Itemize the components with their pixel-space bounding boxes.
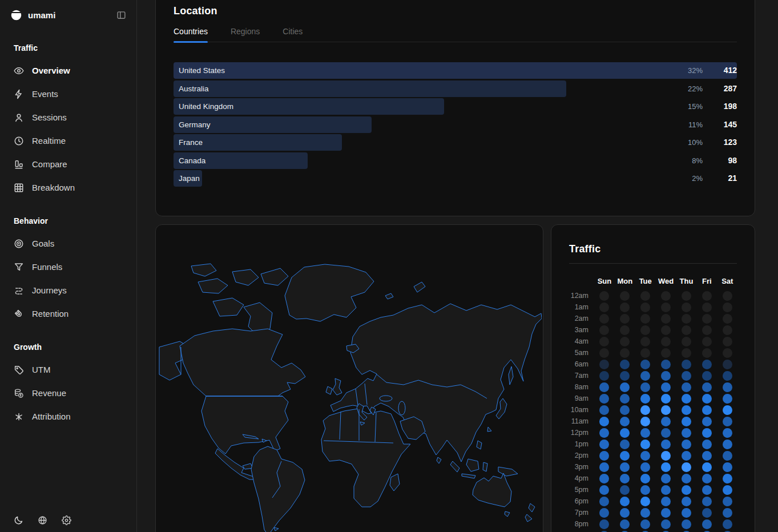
day-label-sat: Sat: [717, 275, 737, 290]
country-bar: [174, 80, 566, 97]
heatmap-cell: [656, 393, 676, 404]
heatmap-cell: [696, 347, 717, 358]
heatmap-cell: [676, 495, 697, 507]
heatmap-cell: [656, 461, 676, 473]
hour-label: 1am: [569, 301, 594, 313]
nav-section-title: Growth: [0, 342, 136, 352]
heatmap-cell: [615, 416, 635, 427]
heatmap-cell: [696, 427, 717, 438]
umami-logo-icon: [10, 9, 22, 21]
heatmap-cell: [635, 507, 656, 518]
heatmap-cell: [696, 495, 717, 507]
heatmap-cell: [635, 473, 656, 484]
sidebar-item-events[interactable]: Events: [0, 82, 136, 106]
nav-section-title: Behavior: [0, 216, 136, 226]
heatmap-cell: [717, 438, 737, 450]
day-label-wed: Wed: [656, 275, 676, 290]
country-row[interactable]: Japan2%21: [174, 170, 737, 188]
tab-countries[interactable]: Countries: [174, 27, 208, 42]
heatmap-cell: [696, 324, 717, 336]
collapse-sidebar-icon[interactable]: [116, 10, 126, 20]
globe-icon[interactable]: [38, 515, 47, 525]
heatmap-cell: [615, 484, 635, 495]
compare-icon: [14, 159, 24, 170]
heatmap-cell: [717, 473, 737, 484]
sidebar-item-label: Breakdown: [32, 183, 75, 192]
sidebar-item-compare[interactable]: Compare: [0, 152, 136, 176]
heatmap-cell: [594, 370, 615, 381]
location-panel-title: Location: [174, 5, 737, 17]
hour-label: 6am: [569, 358, 594, 370]
heatmap-cell: [676, 416, 697, 427]
heatmap-cell: [696, 518, 717, 530]
heatmap-cell: [635, 336, 656, 347]
tab-cities[interactable]: Cities: [283, 27, 303, 42]
sidebar-item-realtime[interactable]: Realtime: [0, 129, 136, 152]
heatmap-cell: [696, 313, 717, 324]
country-name: Japan: [179, 170, 200, 187]
moon-icon[interactable]: [14, 515, 23, 525]
heatmap-cell: [656, 473, 676, 484]
heatmap-cell: [615, 450, 635, 461]
sidebar-item-overview[interactable]: Overview: [0, 59, 136, 82]
country-row[interactable]: Germany11%145: [174, 116, 737, 134]
sidebar-item-label: Goals: [32, 239, 54, 248]
sidebar-item-goals[interactable]: Goals: [0, 232, 136, 255]
sidebar-item-label: Events: [32, 89, 58, 99]
hour-label: 3am: [569, 324, 594, 336]
nav-section-traffic: TrafficOverviewEventsSessionsRealtimeCom…: [0, 43, 136, 199]
heatmap-cell: [717, 404, 737, 416]
heatmap-cell: [717, 347, 737, 358]
heatmap-cell: [676, 427, 697, 438]
route-icon: [14, 285, 24, 296]
heatmap-cell: [615, 518, 635, 530]
heatmap-cell: [676, 530, 697, 532]
sidebar-item-retention[interactable]: Retention: [0, 302, 136, 325]
sidebar-item-attribution[interactable]: Attribution: [0, 405, 136, 428]
hour-label: 10am: [569, 404, 594, 416]
heatmap-cell: [656, 450, 676, 461]
country-row[interactable]: United Kingdom15%198: [174, 98, 737, 116]
heatmap-cell: [676, 507, 697, 518]
traffic-panel: Traffic SunMonTueWedThuFriSat12am1am2am3…: [551, 224, 755, 532]
heatmap-cell: [656, 301, 676, 313]
hour-label: 8am: [569, 381, 594, 393]
heatmap-cell: [696, 450, 717, 461]
sidebar-item-journeys[interactable]: Journeys: [0, 279, 136, 302]
country-row[interactable]: Canada8%98: [174, 152, 737, 170]
hour-label: 12pm: [569, 427, 594, 438]
nav-section-growth: GrowthUTMRevenueAttribution: [0, 342, 136, 428]
sidebar-item-revenue[interactable]: Revenue: [0, 381, 136, 405]
heatmap-cell: [615, 370, 635, 381]
heatmap-cell: [656, 370, 676, 381]
sidebar-item-label: UTM: [32, 365, 51, 374]
heatmap-cell: [696, 507, 717, 518]
network-icon: [14, 412, 24, 422]
heatmap-cell: [594, 290, 615, 301]
heatmap-cell: [594, 473, 615, 484]
day-label-tue: Tue: [635, 275, 656, 290]
heatmap-cell: [594, 438, 615, 450]
heatmap-cell: [676, 313, 697, 324]
heatmap-cell: [676, 473, 697, 484]
day-label-thu: Thu: [676, 275, 697, 290]
sidebar-item-utm[interactable]: UTM: [0, 358, 136, 381]
heatmap-cell: [676, 324, 697, 336]
tab-regions[interactable]: Regions: [231, 27, 260, 42]
heatmap-cell: [594, 404, 615, 416]
sidebar-item-breakdown[interactable]: Breakdown: [0, 176, 136, 199]
sidebar-item-funnels[interactable]: Funnels: [0, 255, 136, 279]
heatmap-cell: [594, 427, 615, 438]
heatmap-cell: [594, 461, 615, 473]
heatmap-cell: [635, 324, 656, 336]
country-name: United Kingdom: [179, 98, 233, 115]
logo-row: umami: [0, 0, 136, 30]
country-row[interactable]: France10%123: [174, 134, 737, 152]
country-row[interactable]: Australia22%287: [174, 80, 737, 98]
country-value: 287: [724, 80, 737, 98]
heatmap-cell: [635, 290, 656, 301]
gear-icon[interactable]: [62, 515, 71, 525]
sidebar-item-sessions[interactable]: Sessions: [0, 106, 136, 129]
country-row[interactable]: United States32%412: [174, 62, 737, 80]
funnel-icon: [14, 262, 24, 272]
